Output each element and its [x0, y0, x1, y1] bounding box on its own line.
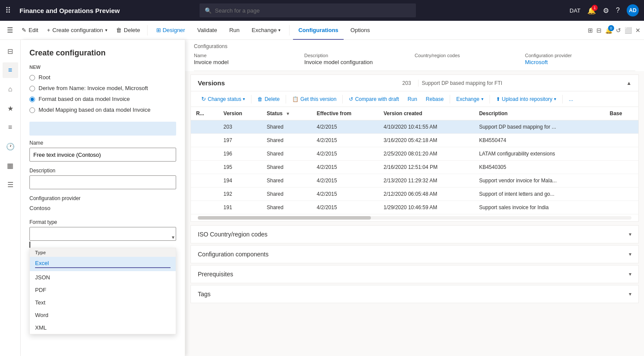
exchange-nav-item[interactable]: Exchange ▾ — [247, 21, 286, 40]
search-input[interactable] — [215, 7, 411, 14]
format-type-dropdown-btn[interactable]: ▾ — [172, 234, 174, 240]
col-effective-from[interactable]: Effective from — [312, 107, 378, 120]
notification-icon[interactable]: 🔔 1 — [587, 6, 596, 15]
compare-draft-btn[interactable]: ↺ Compare with draft — [345, 94, 402, 104]
settings-icon[interactable]: ⚙ — [603, 6, 609, 15]
cell-description: Support DP based mapping for ... — [474, 120, 605, 134]
options-nav-item[interactable]: Options — [345, 21, 375, 40]
designer-nav-item[interactable]: ⊞ Designer — [151, 21, 190, 40]
versions-run-btn[interactable]: Run — [404, 94, 421, 104]
toolbar-icon-3[interactable]: 🔔 0 — [605, 27, 612, 34]
create-config-button[interactable]: + Create configuration ▾ — [43, 23, 111, 37]
dropdown-item-xml[interactable]: XML — [30, 321, 176, 334]
radio-derive[interactable]: Derive from Name: Invoice model, Microso… — [29, 85, 176, 91]
toolbar-icon-1[interactable]: ⊞ — [588, 27, 593, 34]
radio-derive-label: Derive from Name: Invoice model, Microso… — [39, 85, 148, 91]
name-input[interactable] — [29, 148, 176, 162]
rebase-btn[interactable]: Rebase — [422, 94, 447, 104]
toolbar-refresh-icon[interactable]: ↺ — [616, 27, 621, 34]
versions-title: Versions — [198, 79, 402, 87]
collapsible-arrow-icon: ▾ — [629, 271, 631, 277]
table-row[interactable]: 196 Shared 4/2/2015 2/25/2020 08:01:20 A… — [191, 147, 638, 161]
sidebar-nav-icon[interactable]: ≡ — [3, 120, 18, 135]
hamburger-icon[interactable]: ☰ — [3, 24, 16, 36]
versions-exchange-btn[interactable]: Exchange ▾ — [453, 94, 486, 104]
radio-model-mapping[interactable]: Model Mapping based on data model Invoic… — [29, 107, 176, 113]
table-row[interactable]: 191 Shared 4/2/2015 1/29/2020 10:46:59 A… — [191, 201, 638, 214]
radio-root-input[interactable] — [29, 75, 35, 81]
radio-format-based[interactable]: Format based on data model Invoice — [29, 96, 176, 102]
validate-nav-item[interactable]: Validate — [192, 21, 222, 40]
toolbar-expand-icon[interactable]: ⬜ — [625, 27, 632, 34]
col-version[interactable]: Version — [218, 107, 261, 120]
radio-model-mapping-input[interactable] — [29, 107, 35, 113]
sidebar-grid-icon[interactable]: ▦ — [3, 158, 18, 173]
toolbar-close-icon[interactable]: ✕ — [635, 27, 641, 34]
get-version-btn[interactable]: 📋 Get this version — [289, 94, 340, 104]
cell-effective-from: 4/2/2015 — [312, 161, 378, 174]
radio-root[interactable]: Root — [29, 74, 176, 81]
upload-btn[interactable]: ⬆ Upload into repository ▾ — [493, 94, 560, 104]
versions-more-btn[interactable]: ... — [565, 94, 576, 104]
collapsible-header[interactable]: Tags ▾ — [191, 285, 638, 303]
toolbar-right-icons: ⊞ ⊟ 🔔 0 ↺ ⬜ ✕ — [588, 27, 641, 34]
dropdown-item-word[interactable]: Word — [30, 309, 176, 321]
cell-base — [605, 134, 638, 147]
compare-draft-icon: ↺ — [349, 96, 353, 102]
sidebar-home-icon[interactable]: ⌂ — [3, 81, 18, 97]
toolbar-icon-2[interactable]: ⊟ — [596, 27, 602, 34]
collapsible-arrow-icon: ▾ — [629, 251, 631, 257]
radio-derive-input[interactable] — [29, 86, 35, 91]
sidebar-filter-icon[interactable]: ⊟ — [3, 43, 18, 59]
table-row[interactable]: 192 Shared 4/2/2015 2/12/2020 06:05:48 A… — [191, 188, 638, 201]
table-row[interactable]: 194 Shared 4/2/2015 2/13/2020 11:29:32 A… — [191, 174, 638, 188]
col-version-created[interactable]: Version created — [378, 107, 474, 120]
versions-collapse-icon[interactable]: ▲ — [626, 80, 631, 86]
col-status[interactable]: Status ▼ — [261, 107, 312, 120]
help-icon[interactable]: ? — [616, 6, 620, 14]
sidebar-lines-icon[interactable]: ≡ — [3, 62, 18, 78]
cell-r — [191, 161, 218, 174]
cell-version-created: 2/16/2020 12:51:04 PM — [378, 161, 474, 174]
change-status-btn[interactable]: ↻ Change status ▾ — [198, 94, 248, 104]
sidebar-narrow: ⊟ ≡ ⌂ ★ ≡ 🕐 ▦ ☰ — [0, 40, 21, 356]
dropdown-item-json[interactable]: JSON — [30, 271, 176, 284]
table-row[interactable]: 203 Shared 4/2/2015 4/10/2020 10:41:55 A… — [191, 120, 638, 134]
config-country-field: Country/region codes — [415, 53, 525, 65]
config-provider-display-value[interactable]: Microsoft — [525, 59, 627, 65]
run-nav-item[interactable]: Run — [224, 21, 245, 40]
cell-base — [605, 201, 638, 214]
configurations-nav-item[interactable]: Configurations — [293, 21, 343, 40]
cell-r — [191, 201, 218, 214]
edit-button[interactable]: ✎ Edit — [18, 23, 42, 37]
radio-format-based-input[interactable] — [29, 97, 35, 102]
dropdown-item-text[interactable]: Text — [30, 296, 176, 309]
col-base[interactable]: Base — [605, 107, 638, 120]
sidebar-clock-icon[interactable]: 🕐 — [3, 139, 18, 154]
format-type-dropdown: Type Excel JSON PDF Text Word XML — [29, 248, 176, 334]
table-row[interactable]: 195 Shared 4/2/2015 2/16/2020 12:51:04 P… — [191, 161, 638, 174]
sidebar-star-icon[interactable]: ★ — [3, 100, 18, 116]
format-type-input[interactable] — [29, 227, 176, 241]
search-bar[interactable]: 🔍 — [200, 3, 416, 17]
toolbar-divider-1 — [147, 25, 148, 36]
collapsible-sections: ISO Country/region codes ▾ Configuration… — [185, 225, 644, 303]
avatar[interactable]: AD — [627, 4, 639, 16]
collapsible-header[interactable]: Prerequisites ▾ — [191, 265, 638, 283]
breadcrumb: Configurations — [194, 43, 635, 49]
col-description[interactable]: Description — [474, 107, 605, 120]
collapsible-header[interactable]: ISO Country/region codes ▾ — [191, 226, 638, 243]
cell-effective-from: 4/2/2015 — [312, 120, 378, 134]
table-row[interactable]: 197 Shared 4/2/2015 3/16/2020 05:42:18 A… — [191, 134, 638, 147]
sidebar-list-icon[interactable]: ☰ — [3, 177, 18, 192]
horizontal-scrollbar[interactable] — [198, 216, 631, 220]
description-input[interactable] — [29, 175, 176, 189]
collapsible-title: ISO Country/region codes — [198, 231, 629, 238]
delete-button[interactable]: 🗑 Delete — [113, 23, 144, 37]
dropdown-item-pdf[interactable]: PDF — [30, 284, 176, 296]
versions-delete-btn[interactable]: 🗑 Delete — [254, 94, 283, 104]
dropdown-item-excel[interactable]: Excel — [30, 257, 176, 271]
config-provider-label: Configuration provider — [29, 195, 176, 201]
collapsible-header[interactable]: Configuration components ▾ — [191, 246, 638, 263]
app-grid-icon[interactable]: ⠿ — [5, 6, 11, 15]
